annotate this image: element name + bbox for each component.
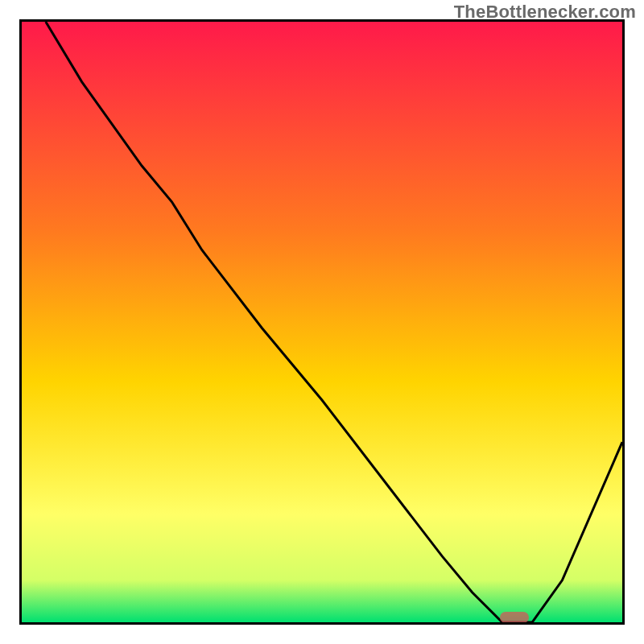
- plot-area: [19, 19, 625, 625]
- chart-container: TheBottlenecker.com: [0, 0, 644, 644]
- bottleneck-curve: [46, 22, 622, 622]
- optimal-spot-marker: [500, 612, 529, 623]
- curve-layer: [22, 22, 622, 622]
